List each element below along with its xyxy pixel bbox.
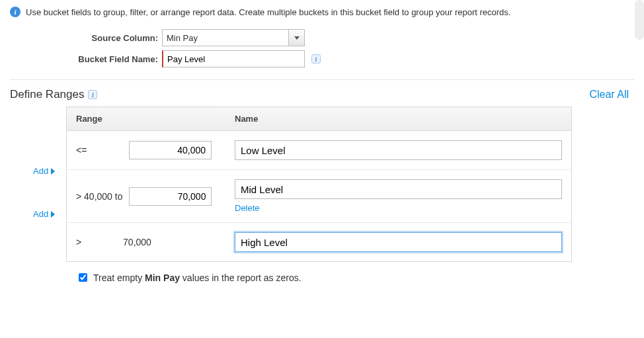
range-value-input[interactable] — [129, 141, 212, 159]
table-row: > 70,000 — [67, 223, 572, 262]
triangle-right-icon — [51, 211, 55, 218]
scrollbar[interactable] — [635, 0, 644, 40]
clear-all-link[interactable]: Clear All — [589, 89, 629, 101]
add-range-link[interactable]: Add — [10, 166, 66, 176]
col-header-range: Range — [67, 107, 226, 131]
range-value-static: 70,000 — [96, 237, 179, 247]
help-icon[interactable]: i — [311, 54, 321, 63]
ranges-table: Range Name <= > 40,000 to — [66, 106, 572, 262]
add-label: Add — [33, 209, 48, 219]
treat-empty-post: values in the report as zeros. — [180, 273, 302, 283]
range-name-input[interactable] — [235, 232, 562, 252]
add-label: Add — [33, 166, 48, 176]
treat-empty-checkbox[interactable] — [79, 273, 87, 282]
source-column-select[interactable]: Min Pay — [162, 29, 305, 46]
range-name-input[interactable] — [235, 140, 562, 160]
bucket-field-name-input[interactable] — [162, 50, 305, 67]
delete-range-link[interactable]: Delete — [235, 203, 260, 213]
divider — [10, 79, 634, 80]
table-row: > 40,000 to Delete — [67, 170, 572, 223]
source-column-label: Source Column: — [69, 33, 162, 43]
info-text: Use bucket fields to group, filter, or a… — [26, 7, 510, 17]
section-title: Define Ranges — [10, 88, 84, 101]
range-value-input[interactable] — [129, 187, 212, 206]
bucket-field-name-label: Bucket Field Name: — [69, 54, 162, 64]
col-header-name: Name — [225, 107, 572, 131]
chevron-down-icon — [294, 36, 300, 40]
add-range-link[interactable]: Add — [10, 209, 66, 219]
source-column-dropdown-button[interactable] — [288, 30, 304, 46]
source-column-value: Min Pay — [163, 30, 288, 46]
treat-empty-pre: Treat empty — [93, 273, 145, 283]
range-operator: <= — [76, 145, 122, 155]
triangle-right-icon — [51, 168, 55, 175]
info-icon: i — [10, 7, 20, 17]
range-operator: > — [76, 237, 89, 247]
table-row: <= — [67, 131, 572, 170]
help-icon[interactable]: i — [88, 90, 97, 99]
range-name-input[interactable] — [235, 179, 562, 199]
treat-empty-field: Min Pay — [145, 273, 180, 283]
range-operator: > 40,000 to — [76, 191, 122, 202]
